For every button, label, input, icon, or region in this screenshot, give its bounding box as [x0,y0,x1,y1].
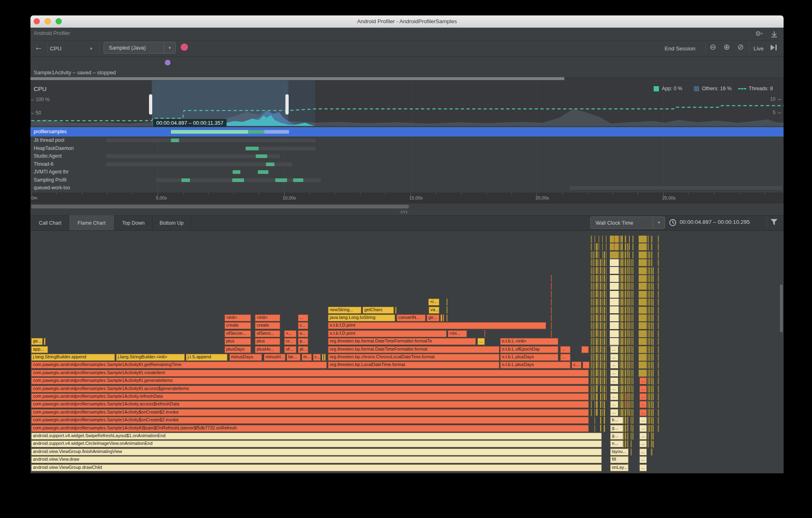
flame-box[interactable]: <init> [225,314,251,321]
flame-box[interactable]: ... [639,409,647,416]
zoom-out-button[interactable]: ⊖ [708,43,718,52]
flame-box[interactable]: com.pawegio.androidprofilersamples.Sampl… [31,409,589,416]
flame-box[interactable]: org.threeten.bp.LocalDateTime.format [328,362,499,368]
flame-box[interactable]: onLay... [610,464,628,471]
flame-box[interactable]: o.t.b.f.D.print [328,322,546,329]
chevron-down-icon[interactable]: ▼ [653,217,665,228]
flame-box[interactable]: ... [639,440,647,447]
flame-box[interactable] [324,354,326,361]
flame-box[interactable]: o.t.b.L.plusDays [500,354,558,361]
thread-row[interactable]: profilersamples [30,127,784,137]
flame-box[interactable]: layou... [610,449,628,455]
flame-box[interactable]: ... [610,409,618,416]
flame-box[interactable]: minusH... [264,354,285,361]
flame-box[interactable]: cr... [284,338,296,345]
flame-box[interactable]: pl... [298,346,308,353]
recording-config-select[interactable]: Sampled (Java) ▼ [104,42,176,54]
flame-box[interactable]: o... [298,330,308,337]
flame-box[interactable]: <ini... [448,330,467,337]
flame-box[interactable]: va... [429,307,439,314]
flame-box[interactable]: ... [610,362,618,368]
flame-box[interactable]: com.pawegio.androidprofilersamples.Sampl… [31,386,589,392]
flame-box[interactable]: o.t.b.f.D.print [328,330,447,337]
flame-box[interactable]: create [255,322,280,329]
selection-range-extension[interactable] [288,80,315,126]
flame-box[interactable]: org.threeten.bp.chrono.ChronoLocalDateTi… [328,354,499,361]
flame-box[interactable]: tr... [610,417,623,424]
thread-row[interactable]: HeapTaskDaemon [30,145,784,152]
flame-box[interactable]: getChars [363,307,394,314]
flame-box[interactable]: ... [639,401,647,408]
flame-box[interactable]: plusHo... [255,346,280,353]
flame-box[interactable]: android.support.v4.widget.SwipeRefreshLa… [31,433,602,440]
splitter-grip[interactable] [400,210,408,213]
tab-call-chart[interactable]: Call Chart [32,215,69,230]
flame-box[interactable] [443,314,444,321]
flame-box[interactable]: n... [610,440,623,447]
tab-flame-chart[interactable]: Flame Chart [69,215,114,230]
flame-box[interactable]: ... [639,449,647,455]
flame-box[interactable] [583,362,590,368]
selection-right-handle[interactable] [285,94,289,115]
flame-box[interactable]: <... [284,330,296,337]
flame-box[interactable]: ... [610,386,618,392]
flame-box[interactable]: newString... [328,307,361,314]
flame-box[interactable]: ... [639,456,647,463]
flame-box[interactable]: <i... [428,299,439,306]
flame-box[interactable]: ... [639,386,647,392]
flame-box[interactable] [44,338,45,345]
zoom-in-button[interactable]: ⊕ [722,43,732,52]
gear-icon[interactable]: ⚙▾ [755,30,762,37]
flame-box[interactable]: ... [610,370,618,377]
flame-box[interactable]: ... [560,354,570,361]
flame-box[interactable]: c... [572,362,581,368]
flame-box[interactable]: ... [639,464,647,471]
thread-row[interactable]: queued-work-loo [30,184,784,192]
flame-box[interactable]: minusDays [229,354,262,361]
flame-box[interactable]: plus [255,338,280,345]
flame-box[interactable]: of... [284,346,296,353]
flame-box[interactable]: android.view.ViewGroup.finishAnimatingVi… [31,449,602,455]
flame-box[interactable]: o.t.b.L.<init> [500,338,558,345]
flame-box[interactable]: p... [298,338,308,345]
flame-box[interactable]: o.t.b.L.plusDays [500,362,570,368]
end-session-button[interactable]: End Session [665,46,695,52]
flame-box[interactable]: g... [610,433,623,440]
flame-box[interactable]: ofSeco... [255,330,280,337]
flame-box[interactable]: j.lang.StringBuilder.<init> [116,354,185,361]
flame-box[interactable] [395,307,397,314]
reset-zoom-button[interactable]: ⊘ [736,43,745,52]
clock-mode-select[interactable]: Wall Clock Time ▼ [590,217,665,229]
flame-box[interactable]: com.pawegio.androidprofilersamples.Sampl… [31,377,589,384]
thread-row[interactable]: Sampling Profil [30,176,784,184]
tab-top-down[interactable]: Top Down [114,215,153,230]
flame-box[interactable] [581,346,589,353]
flame-box[interactable]: android.view.View.draw [31,456,602,463]
flame-box[interactable]: ... [610,393,618,400]
flame-box[interactable]: org.threeten.bp.format.DateTimeFormatter… [328,338,476,345]
filter-icon[interactable] [771,219,778,225]
timeline-scrollbar[interactable] [31,205,409,208]
session-scroll-thumb[interactable] [30,77,564,80]
flame-box[interactable]: ofSecon... [225,330,251,337]
flame-box[interactable] [322,354,324,361]
flame-box[interactable]: ... [610,377,618,384]
flame-box[interactable]: ge... [31,338,43,345]
flame-box[interactable]: plus [225,338,251,345]
thread-row[interactable]: Studio:Agent [30,152,784,160]
flame-box[interactable]: <init> [255,314,280,321]
flame-box[interactable]: com.pawegio.androidprofilersamples.Sampl… [31,393,589,400]
flame-box[interactable]: ... [639,433,647,440]
flame-box[interactable]: ... [610,346,618,353]
flame-box[interactable]: ... [639,377,647,384]
tab-bottom-up[interactable]: Bottom Up [153,215,191,230]
flame-box[interactable]: ... [477,338,485,345]
flame-box[interactable]: fill [610,456,628,463]
flame-box[interactable]: ... [639,393,647,400]
flame-box[interactable]: ... [298,314,308,321]
flame-box[interactable]: org.threeten.bp.format.DateTimeFormatter… [328,346,499,353]
process-selector[interactable]: CPU [50,46,62,52]
flame-box[interactable]: com.pawegio.androidprofilersamples.Sampl… [31,401,589,408]
flame-box[interactable]: convertN... [397,314,425,321]
live-button-label[interactable]: Live [754,46,764,52]
